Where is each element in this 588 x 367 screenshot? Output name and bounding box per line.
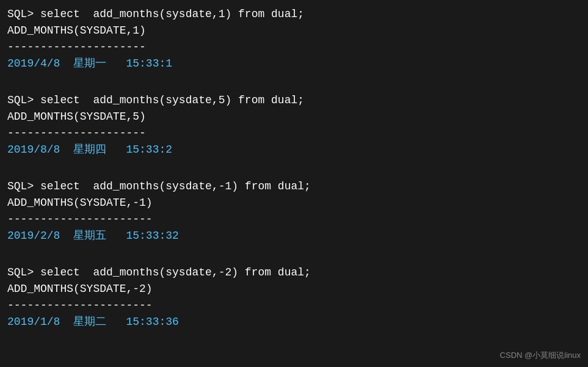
- terminal-window: SQL> select add_months(sysdate,1) from d…: [0, 0, 588, 367]
- sql-block-4: SQL> select add_months(sysdate,-2) from …: [7, 264, 581, 330]
- result-2: 2019/8/8 星期四 15:33:2: [7, 142, 581, 158]
- separator-3: ----------------------: [7, 211, 581, 228]
- result-3: 2019/2/8 星期五 15:33:32: [7, 228, 581, 244]
- sql-prompt-4: SQL> select add_months(sysdate,-2) from …: [7, 264, 581, 281]
- separator-4: ----------------------: [7, 297, 581, 314]
- sql-block-2: SQL> select add_months(sysdate,5) from d…: [7, 92, 581, 158]
- watermark: CSDN @小莫细说linux: [500, 349, 581, 362]
- sql-block-1: SQL> select add_months(sysdate,1) from d…: [7, 6, 581, 72]
- separator-1: ---------------------: [7, 39, 581, 56]
- sql-prompt-2: SQL> select add_months(sysdate,5) from d…: [7, 92, 581, 109]
- col-header-1: ADD_MONTHS(SYSDATE,1): [7, 23, 581, 39]
- result-4: 2019/1/8 星期二 15:33:36: [7, 314, 581, 330]
- separator-2: ---------------------: [7, 125, 581, 142]
- sql-block-3: SQL> select add_months(sysdate,-1) from …: [7, 178, 581, 244]
- col-header-2: ADD_MONTHS(SYSDATE,5): [7, 109, 581, 125]
- col-header-4: ADD_MONTHS(SYSDATE,-2): [7, 281, 581, 297]
- result-1: 2019/4/8 星期一 15:33:1: [7, 56, 581, 72]
- sql-prompt-3: SQL> select add_months(sysdate,-1) from …: [7, 178, 581, 195]
- sql-prompt-1: SQL> select add_months(sysdate,1) from d…: [7, 6, 581, 23]
- col-header-3: ADD_MONTHS(SYSDATE,-1): [7, 195, 581, 211]
